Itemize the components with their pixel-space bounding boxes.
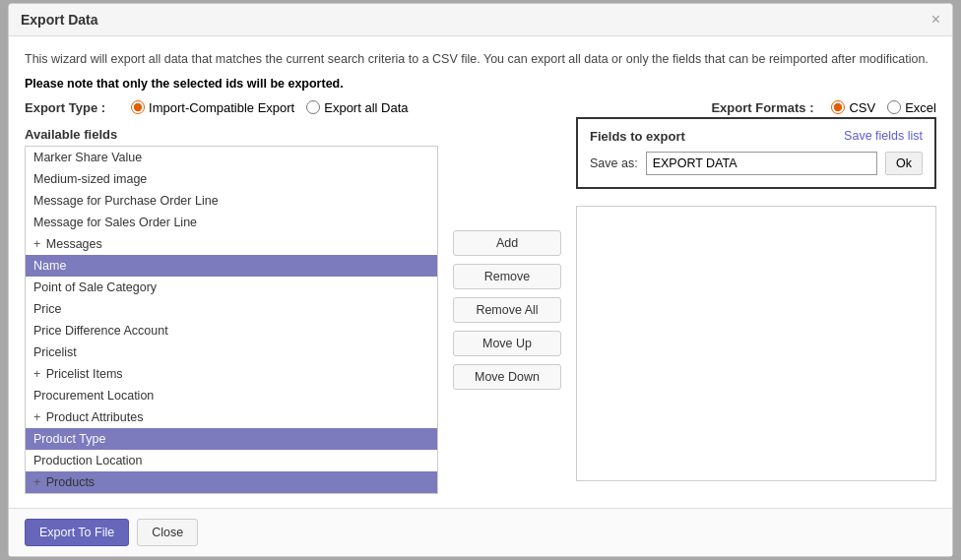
fields-to-export-list[interactable] [576, 206, 936, 481]
available-fields-title: Available fields [25, 127, 438, 142]
list-item[interactable]: Point of Sale Category [26, 277, 437, 298]
modal-header: Export Data × [9, 4, 952, 36]
list-item-selected[interactable]: Name [26, 255, 437, 277]
format-excel-label: Excel [905, 100, 936, 115]
move-down-button[interactable]: Move Down [453, 364, 561, 390]
note-text: Please note that only the selected ids w… [25, 77, 936, 91]
move-up-button[interactable]: Move Up [453, 331, 561, 356]
list-item[interactable]: Medium-sized image [26, 168, 437, 190]
export-type-all[interactable]: Export all Data [306, 100, 408, 115]
close-icon[interactable]: × [931, 12, 940, 28]
ok-button[interactable]: Ok [885, 152, 923, 175]
list-item-group[interactable]: + Product Attributes [26, 406, 437, 428]
modal-footer: Export To File Close [9, 508, 952, 556]
list-item[interactable]: Marker Share Value [26, 147, 437, 168]
fields-to-export-header: Fields to export Save fields list [590, 129, 923, 144]
export-type-compatible[interactable]: Import-Compatible Export [131, 100, 294, 115]
export-type-label: Export Type : [25, 100, 105, 115]
save-fields-list-link[interactable]: Save fields list [844, 129, 923, 143]
remove-all-button[interactable]: Remove All [453, 297, 561, 323]
format-excel-radio[interactable] [887, 100, 901, 114]
available-fields-list[interactable]: Marker Share Value Medium-sized image Me… [25, 146, 438, 494]
center-buttons: Add Remove Remove All Move Up Move Down [438, 127, 576, 494]
list-item-selected[interactable]: Product Type [26, 428, 437, 450]
export-formats-group: Export Formats : CSV Excel [711, 100, 936, 115]
list-item-group[interactable]: + Messages [26, 233, 437, 255]
export-to-file-button[interactable]: Export To File [25, 519, 129, 546]
export-data-modal: Export Data × This wizard will export al… [8, 3, 953, 557]
modal-body: This wizard will export all data that ma… [9, 36, 952, 508]
format-csv-radio[interactable] [831, 100, 845, 114]
save-as-row: Save as: Ok [590, 152, 923, 175]
list-item[interactable]: Production Location [26, 450, 437, 471]
add-button[interactable]: Add [453, 230, 561, 256]
left-panel: Available fields Marker Share Value Medi… [25, 127, 438, 494]
export-type-compatible-radio[interactable] [131, 100, 145, 114]
format-csv-label: CSV [849, 100, 875, 115]
list-item[interactable]: Message for Sales Order Line [26, 212, 437, 233]
export-type-all-label: Export all Data [324, 100, 408, 115]
remove-button[interactable]: Remove [453, 264, 561, 289]
list-item-group[interactable]: + Pricelist Items [26, 363, 437, 385]
list-item[interactable]: Price [26, 298, 437, 320]
export-type-group: Import-Compatible Export Export all Data [131, 100, 408, 115]
export-type-all-radio[interactable] [306, 100, 320, 114]
export-formats-label: Export Formats : [711, 100, 813, 115]
export-options-row: Export Type : Import-Compatible Export E… [25, 100, 936, 115]
save-as-input[interactable] [646, 152, 877, 175]
close-button[interactable]: Close [137, 519, 198, 546]
modal-title: Export Data [21, 12, 98, 28]
format-csv[interactable]: CSV [831, 100, 875, 115]
list-item-group-selected[interactable]: + Products [26, 471, 437, 493]
list-item[interactable]: Message for Purchase Order Line [26, 190, 437, 212]
save-as-label: Save as: [590, 156, 638, 170]
list-item[interactable]: Price Difference Account [26, 320, 437, 342]
fields-to-export-box: Fields to export Save fields list Save a… [576, 117, 936, 189]
modal-overlay: Export Data × This wizard will export al… [0, 0, 961, 560]
format-excel[interactable]: Excel [887, 100, 936, 115]
main-content: Available fields Marker Share Value Medi… [25, 127, 936, 494]
fields-to-export-title: Fields to export [590, 129, 685, 144]
list-item[interactable]: Pricelist [26, 342, 437, 363]
description-text: This wizard will export all data that ma… [25, 50, 936, 69]
right-panel: Fields to export Save fields list Save a… [576, 127, 936, 494]
list-item[interactable]: Procurement Location [26, 385, 437, 406]
export-type-compatible-label: Import-Compatible Export [149, 100, 294, 115]
